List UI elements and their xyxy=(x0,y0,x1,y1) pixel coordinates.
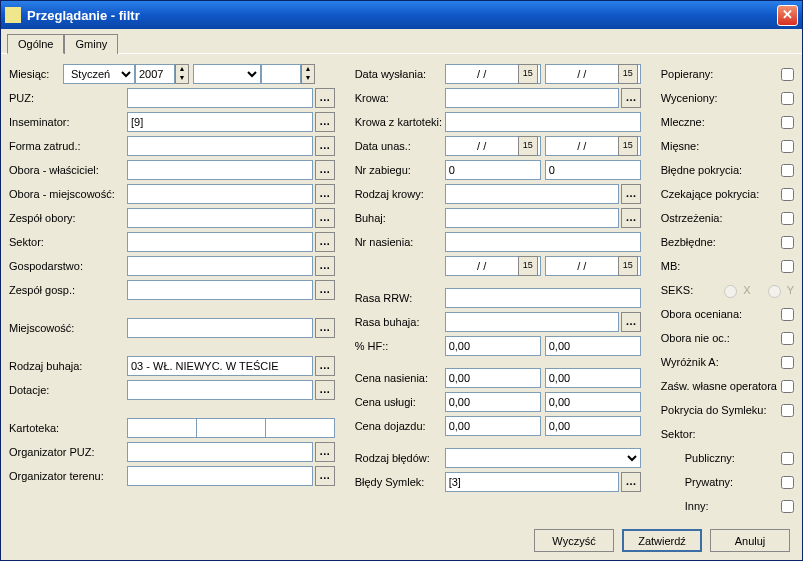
rodzaj-b-lookup[interactable]: … xyxy=(315,356,335,376)
nr-z-from[interactable] xyxy=(445,160,541,180)
bezbledne-check[interactable] xyxy=(781,236,794,249)
calendar-icon[interactable]: 15 xyxy=(518,136,538,156)
rodzaj-b-label: Rodzaj buhaja: xyxy=(9,360,127,372)
rodzaj-bl-select[interactable] xyxy=(445,448,641,468)
org-terenu-input[interactable] xyxy=(127,466,313,486)
close-button[interactable]: ✕ xyxy=(777,5,798,26)
puz-lookup[interactable]: … xyxy=(315,88,335,108)
year2-spinner[interactable]: ▲▼ xyxy=(301,64,315,84)
data-u-from[interactable]: / /15 xyxy=(445,136,541,156)
month-select[interactable]: Styczeń xyxy=(63,64,135,84)
calendar-icon[interactable]: 15 xyxy=(518,64,538,84)
dotacje-lookup[interactable]: … xyxy=(315,380,335,400)
puz-input[interactable] xyxy=(127,88,313,108)
org-puz-lookup[interactable]: … xyxy=(315,442,335,462)
date3-to[interactable]: / /15 xyxy=(545,256,641,276)
buhaj-lookup[interactable]: … xyxy=(621,208,641,228)
inny-check[interactable] xyxy=(781,500,794,513)
cena-u-from[interactable] xyxy=(445,392,541,412)
dotacje-input[interactable] xyxy=(127,380,313,400)
nr-nas-input[interactable] xyxy=(445,232,641,252)
calendar-icon[interactable]: 15 xyxy=(618,64,638,84)
data-w-from[interactable]: / /15 xyxy=(445,64,541,84)
org-puz-input[interactable] xyxy=(127,442,313,462)
kartoteka-input3[interactable] xyxy=(265,418,335,438)
inseminator-lookup[interactable]: … xyxy=(315,112,335,132)
seks-x-radio[interactable]: X xyxy=(719,282,750,298)
zasw-check[interactable] xyxy=(781,380,794,393)
mb-check[interactable] xyxy=(781,260,794,273)
year-input[interactable] xyxy=(135,64,175,84)
zespol-o-lookup[interactable]: … xyxy=(315,208,335,228)
rasa-b-input[interactable] xyxy=(445,312,619,332)
seks-y-radio[interactable]: Y xyxy=(763,282,794,298)
zespol-o-input[interactable] xyxy=(127,208,313,228)
cena-n-to[interactable] xyxy=(545,368,641,388)
forma-input[interactable] xyxy=(127,136,313,156)
date3-from[interactable]: / /15 xyxy=(445,256,541,276)
calendar-icon[interactable]: 15 xyxy=(518,256,538,276)
miejsc-lookup[interactable]: … xyxy=(315,318,335,338)
hf-from[interactable] xyxy=(445,336,541,356)
sektor-lookup[interactable]: … xyxy=(315,232,335,252)
wyceniony-check[interactable] xyxy=(781,92,794,105)
cena-n-from[interactable] xyxy=(445,368,541,388)
rasa-rrw-input[interactable] xyxy=(445,288,641,308)
cena-d-to[interactable] xyxy=(545,416,641,436)
rasa-b-lookup[interactable]: … xyxy=(621,312,641,332)
calendar-icon[interactable]: 15 xyxy=(618,136,638,156)
rodzaj-k-input[interactable] xyxy=(445,184,619,204)
obora-m-lookup[interactable]: … xyxy=(315,184,335,204)
pokrycia-s-check[interactable] xyxy=(781,404,794,417)
anuluj-button[interactable]: Anuluj xyxy=(710,529,790,552)
obora-w-lookup[interactable]: … xyxy=(315,160,335,180)
miesne-check[interactable] xyxy=(781,140,794,153)
nr-z-to[interactable] xyxy=(545,160,641,180)
prywatny-check[interactable] xyxy=(781,476,794,489)
miejsc-input[interactable] xyxy=(127,318,313,338)
forma-lookup[interactable]: … xyxy=(315,136,335,156)
wyroznik-check[interactable] xyxy=(781,356,794,369)
wyczysc-button[interactable]: Wyczyść xyxy=(534,529,614,552)
data-w-to[interactable]: / /15 xyxy=(545,64,641,84)
gosp-input[interactable] xyxy=(127,256,313,276)
bledy-s-lookup[interactable]: … xyxy=(621,472,641,492)
year2-input[interactable] xyxy=(261,64,301,84)
month2-select[interactable] xyxy=(193,64,261,84)
mleczne-check[interactable] xyxy=(781,116,794,129)
obora-nie-check[interactable] xyxy=(781,332,794,345)
year-spinner[interactable]: ▲▼ xyxy=(175,64,189,84)
krowa-lookup[interactable]: … xyxy=(621,88,641,108)
zespol-g-lookup[interactable]: … xyxy=(315,280,335,300)
gosp-lookup[interactable]: … xyxy=(315,256,335,276)
org-terenu-lookup[interactable]: … xyxy=(315,466,335,486)
buhaj-input[interactable] xyxy=(445,208,619,228)
hf-to[interactable] xyxy=(545,336,641,356)
cena-u-to[interactable] xyxy=(545,392,641,412)
obora-m-input[interactable] xyxy=(127,184,313,204)
cena-d-from[interactable] xyxy=(445,416,541,436)
calendar-icon[interactable]: 15 xyxy=(618,256,638,276)
mb-label: MB: xyxy=(661,260,781,272)
publiczny-check[interactable] xyxy=(781,452,794,465)
kartoteka-input1[interactable] xyxy=(127,418,196,438)
zatwierdz-button[interactable]: Zatwierdź xyxy=(622,529,702,552)
data-u-to[interactable]: / /15 xyxy=(545,136,641,156)
sektor-input[interactable] xyxy=(127,232,313,252)
obora-w-input[interactable] xyxy=(127,160,313,180)
popierany-check[interactable] xyxy=(781,68,794,81)
obora-oc-check[interactable] xyxy=(781,308,794,321)
rodzaj-k-lookup[interactable]: … xyxy=(621,184,641,204)
tab-gminy[interactable]: Gminy xyxy=(64,34,118,54)
czekajace-check[interactable] xyxy=(781,188,794,201)
krowa-input[interactable] xyxy=(445,88,619,108)
ostrzezenia-check[interactable] xyxy=(781,212,794,225)
bledne-check[interactable] xyxy=(781,164,794,177)
krowa-k-input[interactable] xyxy=(445,112,641,132)
tab-ogolne[interactable]: Ogólne xyxy=(7,34,64,54)
rodzaj-b-input[interactable] xyxy=(127,356,313,376)
kartoteka-input2[interactable] xyxy=(196,418,265,438)
bledy-s-input[interactable] xyxy=(445,472,619,492)
zespol-g-input[interactable] xyxy=(127,280,313,300)
inseminator-input[interactable] xyxy=(127,112,313,132)
